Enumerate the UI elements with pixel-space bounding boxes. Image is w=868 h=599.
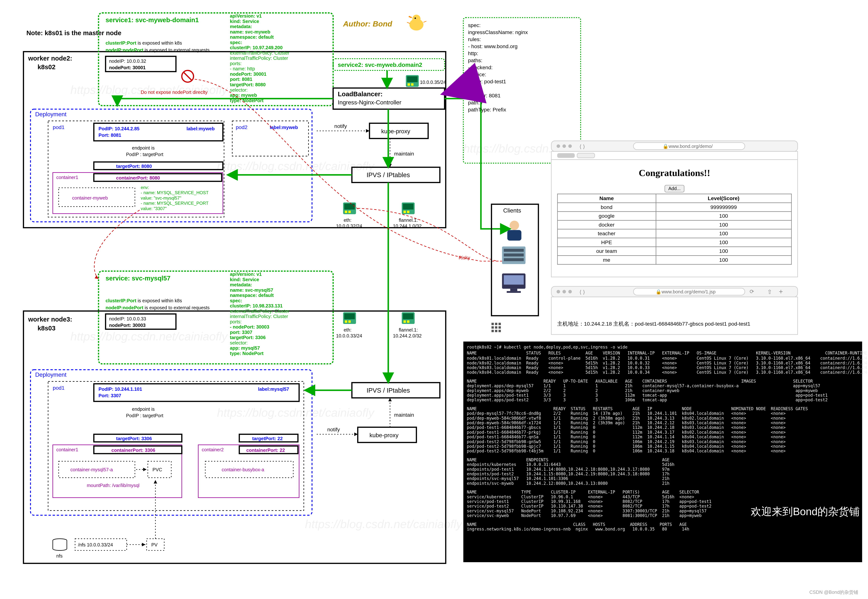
svg-text:- host: www.bond.org: - host: www.bond.org xyxy=(468,43,518,49)
svg-text:Port: 3307: Port: 3307 xyxy=(99,393,122,398)
svg-text:⟨ ⟩: ⟨ ⟩ xyxy=(580,144,585,150)
svg-text:Risky: Risky xyxy=(459,255,470,260)
browser1-url[interactable]: www.bond.org/demo/ xyxy=(668,144,713,149)
menu-icon xyxy=(491,323,501,332)
svg-text:nodeIP: 10.0.0.33: nodeIP: 10.0.0.33 xyxy=(109,316,146,321)
svg-text:PV: PV xyxy=(151,542,158,547)
svg-text:pod/dep-myweb-584c9866df-vtwf8: pod/dep-myweb-584c9866df-vtwf8 1/1 Runni… xyxy=(467,416,786,421)
svg-rect-139 xyxy=(407,76,417,82)
svg-text:- name: MYSQL_SERVICE_HOST: - name: MYSQL_SERVICE_HOST xyxy=(141,190,209,195)
svg-text:https://blog.csdn.net/cainiaof: https://blog.csdn.net/cainiaofly xyxy=(217,160,375,173)
svg-text:service2: svc-myweb.domain2: service2: svc-myweb.domain2 xyxy=(338,62,422,68)
svg-rect-177 xyxy=(504,254,524,257)
svg-text:number: 8081: number: 8081 xyxy=(468,93,501,98)
svg-point-205 xyxy=(568,290,572,293)
svg-text:name: pod-test1: name: pod-test1 xyxy=(468,78,506,84)
svg-rect-185 xyxy=(499,323,501,325)
lock-icon: 🔒 xyxy=(663,143,668,149)
svg-rect-182 xyxy=(507,291,521,293)
svg-rect-191 xyxy=(499,330,501,332)
svg-text:metadata:: metadata: xyxy=(230,282,252,287)
node2-title: worker node2: xyxy=(28,54,72,62)
svg-text:container1: container1 xyxy=(56,447,78,452)
svg-text:/nfs 10.0.0.33/24: /nfs 10.0.0.33/24 xyxy=(78,542,113,547)
svg-text:pod/pod-test2-5d798fbb98-t4bj5: pod/pod-test2-5d798fbb98-t4bj5m 1/1 Runn… xyxy=(467,448,786,453)
svg-text:rules:: rules: xyxy=(468,36,481,42)
svg-text:http:: http: xyxy=(468,50,478,56)
svg-text:PVC: PVC xyxy=(152,467,162,472)
svg-text:PodIP : targetPort: PodIP : targetPort xyxy=(126,413,163,418)
svg-rect-187 xyxy=(495,327,497,329)
svg-text:notify: notify xyxy=(327,426,340,432)
svg-text:spec:: spec: xyxy=(230,40,242,45)
svg-text:maintain: maintain xyxy=(394,412,414,418)
svg-rect-200 xyxy=(577,153,595,158)
table-row: bond999999999 xyxy=(557,203,791,212)
svg-point-195 xyxy=(568,144,572,148)
svg-text:deployment.apps/pod-test1     : deployment.apps/pod-test1 3/3 3 3 112m t… xyxy=(467,393,827,397)
svg-text:nodePort: 30001: nodePort: 30001 xyxy=(230,71,266,77)
svg-text:clusterIP: 10.98.233.131: clusterIP: 10.98.233.131 xyxy=(230,303,283,309)
svg-text:service/pod-test1     ClusterI: service/pod-test1 ClusterIP 10.99.31.168… xyxy=(467,499,712,504)
svg-text:pathType: Prefix: pathType: Prefix xyxy=(468,107,506,113)
svg-rect-184 xyxy=(495,323,497,325)
svg-text:NAME                          : NAME READY STATUS RESTARTS AGE IP NODE N… xyxy=(467,406,808,411)
share-icon[interactable]: ⇧ xyxy=(767,289,772,295)
svg-text:value: "3307": value: "3307" xyxy=(141,206,167,211)
svg-rect-122 xyxy=(404,321,406,323)
svc1-yaml: apiVersion: v1 kind: Service metadata: n… xyxy=(230,14,290,103)
new-tab-icon[interactable]: + xyxy=(779,287,783,295)
svg-rect-53 xyxy=(348,211,351,213)
csdn-footer: CSDN @Bond的杂货铺 xyxy=(809,590,858,595)
svg-text:node/k8s04.localdomain  Ready : node/k8s04.localdomain Ready <none> 5d15… xyxy=(467,370,867,375)
svg-rect-140 xyxy=(407,83,410,86)
svg-text:port:: port: xyxy=(468,86,479,92)
svg-text:apiVersion: v1: apiVersion: v1 xyxy=(230,14,262,18)
svg-text:value: "svc-mysql57": value: "svc-mysql57" xyxy=(141,196,181,200)
svg-text:maintain: maintain xyxy=(394,151,414,157)
svg-text:Deployment: Deployment xyxy=(35,371,66,378)
svg-text:label:myweb: label:myweb xyxy=(270,125,298,130)
svg-rect-59 xyxy=(407,211,409,213)
svg-text:NAME                    ENDPOI: NAME ENDPOINTS AGE xyxy=(467,458,670,462)
add-button[interactable]: Add... xyxy=(664,185,685,193)
flow-to-clients xyxy=(445,99,510,229)
svg-text:pod1: pod1 xyxy=(53,124,65,130)
svg-text:deployment.apps/pod-test2     : deployment.apps/pod-test2 3/3 3 3 106m t… xyxy=(467,397,827,402)
svg-text:container-busybox-a: container-busybox-a xyxy=(222,467,264,472)
svg-text:service/kubernetes    ClusterI: service/kubernetes ClusterIP 10.96.0.1 <… xyxy=(467,494,694,499)
svg-text:namespace: default: namespace: default xyxy=(230,35,274,40)
svg-text:deployment.apps/dep-myweb     : deployment.apps/dep-myweb 2/2 2 2 21h co… xyxy=(467,388,818,393)
svg-point-173 xyxy=(510,221,519,230)
svg-text:Clients: Clients xyxy=(503,207,521,214)
svg-text:containerPort: 22: containerPort: 22 xyxy=(246,448,285,453)
svg-text:ingressClassName: nginx: ingressClassName: nginx xyxy=(468,29,528,35)
svg-text:service:  svc-mysql57: service: svc-mysql57 xyxy=(106,274,171,282)
svg-text:eth:: eth: xyxy=(344,327,351,333)
svg-text:PodIP: 10.244.2.85: PodIP: 10.244.2.85 xyxy=(99,126,140,131)
svg-text:targetPort: 3306: targetPort: 3306 xyxy=(116,436,152,441)
svg-text:externalTrafficPolicy: Cluster: externalTrafficPolicy: Cluster xyxy=(230,309,290,314)
svg-text:worker node3:: worker node3: xyxy=(28,316,72,323)
svg-rect-189 xyxy=(491,330,494,332)
svg-text:10.244.1.0/32: 10.244.1.0/32 xyxy=(393,223,422,229)
chick-icon xyxy=(407,15,426,30)
svg-text:deployment.apps/dep-mysql57   : deployment.apps/dep-mysql57 1/1 1 1 21h … xyxy=(467,383,820,388)
svg-text:nodePort: 30003: nodePort: 30003 xyxy=(109,323,146,328)
svg-text:pod/pod-test1-6684846b77-prkgj: pod/pod-test1-6684846b77-prkgj 1/1 Runni… xyxy=(467,430,786,435)
svg-rect-186 xyxy=(491,327,494,329)
congrats-title: Congratulations!! xyxy=(639,168,710,178)
svg-text:root@k8s02 ~]# kubectl get nod: root@k8s02 ~]# kubectl get node,deploy,p… xyxy=(467,345,628,349)
svg-text:apiVersion: v1: apiVersion: v1 xyxy=(230,272,262,277)
svg-text:🔒: 🔒 xyxy=(656,289,662,295)
table-row: HPE100 xyxy=(557,238,791,247)
svg-text:clusterIP:Port  is exposed wit: clusterIP:Port is exposed within k8s xyxy=(106,298,182,303)
node2-name: k8s02 xyxy=(38,63,56,71)
browser2-url[interactable]: www.bond.org/demo/1.jsp xyxy=(661,289,716,294)
svg-text:namespace: default: namespace: default xyxy=(230,293,274,298)
svg-point-6 xyxy=(412,15,420,23)
nic-icon xyxy=(402,312,415,324)
svc1-npnote: nodeIP:nodePort is exposed to external r… xyxy=(106,47,210,53)
svg-point-203 xyxy=(557,290,560,293)
svg-rect-210 xyxy=(551,297,798,334)
